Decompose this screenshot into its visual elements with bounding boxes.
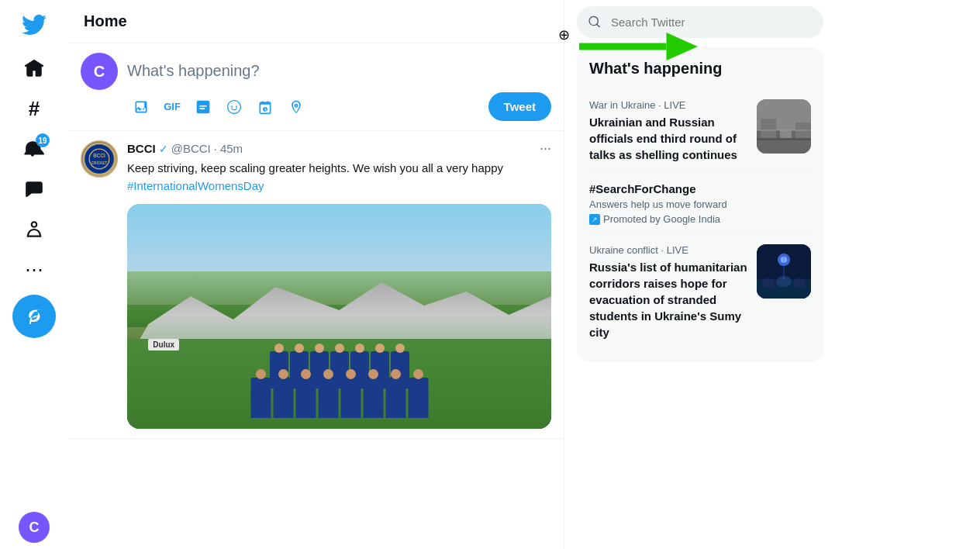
tweet-hashtag-link[interactable]: #InternationalWomensDay: [127, 179, 264, 192]
sidebar-item-explore[interactable]: #: [16, 90, 53, 127]
compose-input[interactable]: What's happening?: [127, 53, 551, 86]
tweet-author-handle: @BCCI: [171, 142, 211, 155]
tweet-timestamp: 45m: [220, 142, 243, 155]
tweet-author-name: BCCI: [127, 142, 156, 155]
svg-rect-13: [757, 138, 811, 140]
tweet-submit-button[interactable]: Tweet: [488, 92, 551, 121]
cricket-players-front-row: [250, 378, 428, 418]
image-upload-icon[interactable]: [127, 93, 155, 121]
emoji-icon[interactable]: [220, 93, 248, 121]
tweet-more-options[interactable]: ···: [540, 140, 551, 157]
svg-point-18: [793, 278, 806, 288]
verified-icon: ✓: [159, 143, 168, 155]
sidebar-item-more[interactable]: ⋯: [16, 251, 53, 288]
compose-tweet-button[interactable]: [12, 295, 56, 338]
trending-item-headline: Russia's list of humanitarian corridors …: [589, 259, 747, 340]
page-title: Home: [84, 12, 548, 30]
trending-item-thumbnail: [757, 244, 811, 299]
tweet-author-avatar[interactable]: BCCI CRICKET: [81, 140, 118, 178]
svg-rect-10: [780, 115, 792, 138]
svg-text:CRICKET: CRICKET: [91, 161, 108, 165]
list-item[interactable]: War in Ukraine · LIVE Ukrainian and Russ…: [589, 90, 811, 172]
ukraine-thumbnail-2: [757, 244, 811, 299]
compose-right-panel: What's happening? GIF: [127, 53, 551, 121]
hashtag-icon: #: [29, 97, 40, 121]
promoted-line: ↗ Promoted by Google India: [589, 213, 811, 225]
promoted-text: Promoted by Google India: [603, 213, 720, 225]
sidebar-item-profile[interactable]: [16, 211, 53, 248]
svg-marker-2: [667, 33, 699, 60]
tweet-compose-area: C What's happening? GIF: [68, 43, 564, 131]
gif-icon[interactable]: GIF: [158, 93, 186, 121]
trending-item-text: #SearchForChange Answers help us move fo…: [589, 182, 811, 225]
twitter-logo[interactable]: [16, 6, 53, 43]
trending-item-label: Ukraine conflict · LIVE: [589, 244, 747, 256]
user-initial: C: [29, 520, 40, 536]
poll-icon[interactable]: [189, 93, 217, 121]
table-row: BCCI CRICKET BCCI ✓ @BCCI · 45m ··· Keep…: [68, 131, 564, 439]
list-item[interactable]: #SearchForChange Answers help us move fo…: [589, 172, 811, 234]
tweet-separator: ·: [214, 142, 217, 155]
green-arrow-annotation: ⊕: [558, 19, 698, 74]
whats-happening-panel: What's happening War in Ukraine · LIVE U…: [577, 47, 823, 362]
promoted-icon: ↗: [589, 214, 600, 225]
main-header: Home: [68, 0, 564, 43]
svg-point-3: [84, 143, 115, 174]
tweet-content: BCCI ✓ @BCCI · 45m ··· Keep striving, ke…: [127, 140, 551, 429]
list-item[interactable]: Ukraine conflict · LIVE Russia's list of…: [589, 234, 811, 350]
compose-toolbar: GIF: [127, 92, 551, 121]
trending-item-subtext: Answers help us move forward: [589, 199, 811, 210]
main-content: Home C What's happening? GIF: [68, 0, 564, 549]
compose-user-avatar[interactable]: C: [81, 53, 118, 90]
left-sidebar: # 19 ⋯ C: [0, 0, 68, 549]
svg-rect-9: [761, 119, 776, 138]
tweet-header: BCCI ✓ @BCCI · 45m ···: [127, 140, 551, 157]
trending-item-text: War in Ukraine · LIVE Ukrainian and Russ…: [589, 99, 747, 163]
svg-point-16: [762, 278, 775, 288]
cricket-team-photo: Dulux: [127, 204, 551, 429]
svg-text:BCCI: BCCI: [93, 153, 105, 158]
more-icon: ⋯: [25, 259, 43, 281]
trending-item-headline: Ukrainian and Russian officials end thir…: [589, 114, 747, 163]
ukraine-thumbnail-1: [757, 99, 811, 154]
trending-item-text: Ukraine conflict · LIVE Russia's list of…: [589, 244, 747, 340]
compose-tools: GIF: [127, 93, 310, 121]
user-avatar-sidebar[interactable]: C: [19, 512, 50, 543]
schedule-icon[interactable]: [251, 93, 279, 121]
notification-badge: 19: [36, 133, 50, 147]
location-icon[interactable]: [282, 93, 310, 121]
sidebar-item-home[interactable]: [16, 50, 53, 87]
dulux-signboard: Dulux: [148, 339, 179, 350]
tweet-text: Keep striving, keep scaling greater heig…: [127, 160, 551, 195]
sidebar-item-messages[interactable]: [16, 171, 53, 208]
trending-item-label: #SearchForChange: [589, 182, 811, 195]
tweet-feed: BCCI CRICKET BCCI ✓ @BCCI · 45m ··· Keep…: [68, 131, 564, 549]
trending-item-thumbnail: [757, 99, 811, 154]
trending-item-label: War in Ukraine · LIVE: [589, 99, 747, 111]
right-sidebar: What's happening War in Ukraine · LIVE U…: [564, 0, 836, 549]
tweet-media: Dulux: [127, 204, 551, 429]
svg-text:⊕: ⊕: [558, 27, 570, 43]
sidebar-item-notifications[interactable]: 19: [16, 130, 53, 167]
